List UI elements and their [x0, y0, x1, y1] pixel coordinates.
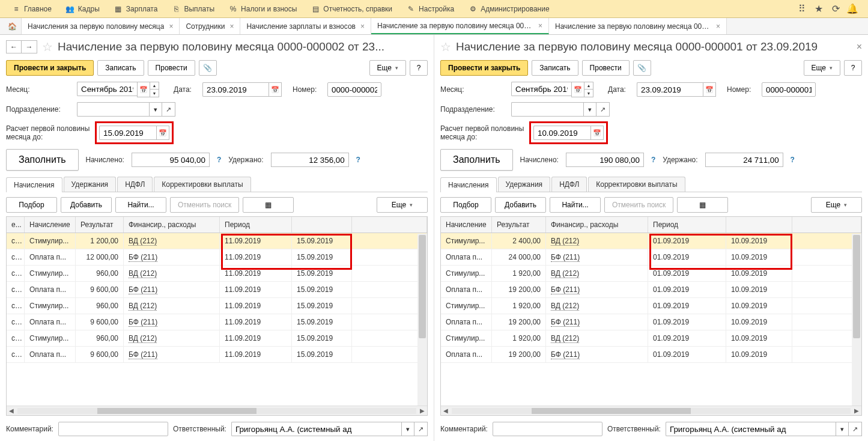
grid-settings-button[interactable]: ▦ [243, 197, 294, 213]
select-button[interactable]: Подбор [440, 197, 491, 213]
table-row[interactable]: Стимулир... 1 920,00 ВД (212) 01.09.2019… [441, 266, 861, 282]
add-button[interactable]: Добавить [61, 197, 112, 213]
attach-button[interactable]: 📎 [199, 60, 217, 76]
table-row[interactable]: Стимулир... 1 920,00 ВД (212) 01.09.2019… [441, 298, 861, 314]
post-and-close-button[interactable]: Провести и закрыть [440, 60, 528, 76]
table-row[interactable]: Оплата п... 19 200,00 БФ (211) 01.09.201… [441, 314, 861, 330]
grid-more-button[interactable]: Еще [377, 197, 428, 213]
favorite-icon[interactable]: ★ [813, 3, 825, 15]
col-period[interactable]: Период [648, 217, 726, 233]
month-input[interactable] [77, 82, 137, 96]
col-financing[interactable]: Финансир., расходы [124, 217, 220, 233]
table-row[interactable]: ст... Оплата п... 9 600,00 БФ (211) 11.0… [7, 314, 427, 330]
document-tab[interactable]: Сотрудники× [180, 18, 240, 34]
table-row[interactable]: ст... Стимулир... 960,00 ВД (212) 11.09.… [7, 330, 427, 347]
help-icon[interactable]: ? [791, 156, 795, 164]
favorite-star-icon[interactable]: ☆ [42, 40, 53, 54]
month-input[interactable] [511, 82, 571, 96]
table-row[interactable]: ст... Стимулир... 960,00 ВД (212) 11.09.… [7, 298, 427, 314]
add-button[interactable]: Добавить [495, 197, 546, 213]
post-button[interactable]: Провести [148, 60, 195, 76]
dept-input[interactable] [77, 102, 149, 117]
tab-close-icon[interactable]: × [229, 22, 234, 31]
calendar-icon[interactable]: 📅 [156, 126, 169, 140]
help-icon[interactable]: ? [217, 156, 221, 164]
help-icon[interactable]: ? [651, 156, 655, 164]
month-spinner[interactable]: ▲▼ [584, 82, 593, 97]
topmenu-item[interactable]: 👥Кадры [59, 0, 107, 17]
vertical-scrollbar[interactable] [852, 234, 861, 406]
open-icon[interactable]: ↗ [849, 422, 862, 436]
responsible-input[interactable] [666, 422, 836, 436]
date-input[interactable] [202, 82, 269, 97]
fill-button[interactable]: Заполнить [440, 149, 513, 171]
history-icon[interactable]: ⟳ [830, 3, 842, 15]
grid-settings-button[interactable]: ▦ [677, 197, 728, 213]
document-tab[interactable]: Начисление за первую половину месяца 000… [549, 18, 727, 34]
calendar-icon[interactable]: 📅 [571, 82, 584, 97]
select-button[interactable]: Подбор [6, 197, 57, 213]
col-result[interactable]: Результат [492, 217, 546, 233]
home-icon[interactable]: 🏠 [4, 18, 22, 34]
open-icon[interactable]: ↗ [162, 102, 175, 117]
section-tab[interactable]: НДФЛ [117, 177, 153, 192]
section-tab[interactable]: Корректировки выплаты [588, 177, 685, 192]
col-period2[interactable] [292, 217, 352, 233]
table-row[interactable]: Оплата п... 19 200,00 БФ (211) 01.09.201… [441, 282, 861, 298]
col-financing[interactable]: Финансир., расходы [546, 217, 648, 233]
save-button[interactable]: Записать [532, 60, 578, 76]
dept-input[interactable] [511, 102, 583, 117]
withheld-value[interactable] [705, 153, 783, 167]
accruals-grid[interactable]: е... Начисление Результат Финансир., рас… [6, 216, 428, 416]
dropdown-icon[interactable]: ▾ [836, 422, 849, 436]
col-accrual[interactable]: Начисление [25, 217, 76, 233]
number-input[interactable] [327, 82, 381, 97]
responsible-input[interactable] [231, 422, 401, 436]
col-period2[interactable] [726, 217, 792, 233]
find-button[interactable]: Найти... [550, 197, 601, 213]
col-result[interactable]: Результат [76, 217, 124, 233]
table-row[interactable]: ст... Оплата п... 12 000,00 БФ (211) 11.… [7, 249, 427, 266]
table-row[interactable]: Оплата п... 19 200,00 БФ (211) 01.09.201… [441, 347, 861, 363]
calendar-icon[interactable]: 📅 [137, 82, 150, 97]
horizontal-scrollbar[interactable]: ◀▶ [441, 406, 861, 415]
comment-input[interactable] [58, 422, 168, 436]
table-row[interactable]: ст... Стимулир... 960,00 ВД (212) 11.09.… [7, 266, 427, 282]
date-input[interactable] [637, 82, 703, 97]
attach-button[interactable]: 📎 [633, 60, 651, 76]
close-icon[interactable]: × [857, 41, 862, 52]
withheld-value[interactable] [271, 153, 349, 167]
calendar-icon[interactable]: 📅 [703, 82, 716, 97]
help-button[interactable]: ? [844, 60, 862, 76]
find-button[interactable]: Найти... [115, 197, 166, 213]
topmenu-item[interactable]: %Налоги и взносы [222, 0, 304, 17]
section-tab[interactable]: Корректировки выплаты [154, 177, 250, 192]
bell-icon[interactable]: 🔔 [846, 3, 858, 15]
horizontal-scrollbar[interactable]: ◀▶ [7, 406, 427, 415]
accruals-grid[interactable]: Начисление Результат Финансир., расходы … [440, 216, 862, 416]
table-row[interactable]: ст... Оплата п... 9 600,00 БФ (211) 11.0… [7, 347, 427, 363]
dropdown-icon[interactable]: ▾ [583, 102, 596, 117]
tab-close-icon[interactable]: × [716, 22, 720, 31]
open-icon[interactable]: ↗ [414, 422, 428, 436]
save-button[interactable]: Записать [97, 60, 144, 76]
help-icon[interactable]: ? [356, 156, 360, 164]
calendar-icon[interactable]: 📅 [590, 126, 604, 140]
topmenu-item[interactable]: ≡Главное [5, 0, 59, 17]
nav-back-button[interactable]: ← [6, 40, 22, 53]
calc-date-input[interactable] [99, 126, 156, 140]
more-button[interactable]: Еще [804, 60, 840, 76]
grid-more-button[interactable]: Еще [811, 197, 862, 213]
month-spinner[interactable]: ▲▼ [150, 82, 159, 97]
dropdown-icon[interactable]: ▾ [149, 102, 162, 117]
section-tab[interactable]: Начисления [440, 177, 497, 192]
topmenu-item[interactable]: ✎Настройка [399, 0, 461, 17]
tab-close-icon[interactable]: × [360, 22, 365, 31]
section-tab[interactable]: Начисления [6, 177, 62, 192]
col-period[interactable]: Период [220, 217, 292, 233]
open-icon[interactable]: ↗ [596, 102, 610, 117]
vertical-scrollbar[interactable] [417, 234, 427, 406]
tab-close-icon[interactable]: × [169, 22, 173, 31]
comment-input[interactable] [493, 422, 602, 436]
table-row[interactable]: Оплата п... 24 000,00 БФ (211) 01.09.201… [441, 249, 861, 266]
